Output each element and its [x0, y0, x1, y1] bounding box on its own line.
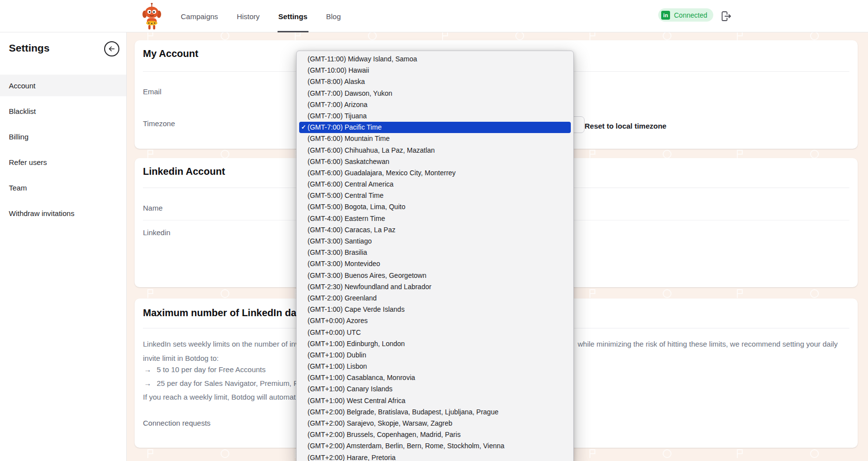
timezone-option[interactable]: (GMT-7:00) Arizona — [297, 99, 573, 110]
timezone-option-label: (GMT-3:00) Brasilia — [308, 248, 367, 256]
timezone-option[interactable]: (GMT+2:00) Amsterdam, Berlin, Bern, Rome… — [297, 440, 573, 452]
sidebar-item-refer-users[interactable]: Refer users — [0, 151, 126, 173]
linkedin-connected-badge: in Connected — [658, 8, 713, 22]
timezone-option[interactable]: (GMT-6:00) Chihuahua, La Paz, Mazatlan — [297, 145, 573, 156]
timezone-option-label: (GMT+1:00) Dublin — [308, 351, 366, 359]
connection-requests-label: Connection requests — [143, 419, 211, 427]
background-circle-icon — [662, 449, 672, 461]
linkedin-label: Linkedin — [143, 228, 170, 237]
timezone-option[interactable]: (GMT+0:00) Azores — [297, 315, 573, 326]
timezone-option-label: (GMT-2:00) Greenland — [308, 294, 377, 302]
timezone-option-label: (GMT-8:00) Alaska — [308, 78, 365, 85]
timezone-option[interactable]: (GMT-3:00) Brasilia — [297, 247, 573, 258]
timezone-option[interactable]: (GMT-6:00) Mountain Time — [297, 133, 573, 144]
timezone-option[interactable]: (GMT-6:00) Saskatchewan — [297, 156, 573, 167]
nav-link-history[interactable]: History — [237, 0, 260, 32]
timezone-option-label: (GMT-6:00) Chihuahua, La Paz, Mazatlan — [308, 146, 435, 154]
timezone-option[interactable]: (GMT-5:00) Bogota, Lima, Quito — [297, 201, 573, 213]
limits-paragraph-left: LinkedIn sets weekly limits on the numbe… — [143, 340, 299, 348]
sidebar-item-account[interactable]: Account — [0, 75, 126, 96]
linkedin-account-title: Linkedin Account — [143, 166, 225, 177]
limits-paragraph-line2: invite limit in Botdog to: — [143, 354, 219, 362]
timezone-option[interactable]: (GMT-5:00) Central Time — [297, 190, 573, 201]
timezone-option[interactable]: (GMT+1:00) Dublin — [297, 350, 573, 361]
nav-links: CampaignsHistorySettingsBlog — [181, 0, 341, 32]
timezone-option[interactable]: (GMT-4:00) Caracas, La Paz — [297, 224, 573, 236]
timezone-option[interactable]: (GMT-3:00) Buenos Aires, Georgetown — [297, 270, 573, 281]
timezone-option[interactable]: (GMT-7:00) Dawson, Yukon — [297, 88, 573, 99]
background-circle-icon — [810, 449, 819, 461]
botdog-logo[interactable] — [140, 2, 164, 31]
timezone-option[interactable]: (GMT-8:00) Alaska — [297, 76, 573, 87]
timezone-option-label: (GMT-5:00) Bogota, Lima, Quito — [308, 203, 405, 211]
collapse-sidebar-button[interactable] — [104, 41, 119, 56]
timezone-dropdown: (GMT-11:00) Midway Island, Samoa(GMT-10:… — [296, 51, 574, 461]
sidebar-item-withdraw-invitations[interactable]: Withdraw invitations — [0, 202, 126, 224]
timezone-option[interactable]: (GMT-2:30) Newfoundland and Labrador — [297, 281, 573, 293]
logout-icon[interactable] — [720, 10, 732, 22]
connected-status: Connected — [674, 11, 707, 19]
timezone-option[interactable]: (GMT+1:00) Lisbon — [297, 361, 573, 372]
arrow-right-icon: → — [144, 379, 151, 387]
sidebar-item-team[interactable]: Team — [0, 177, 126, 198]
background-flag-icon — [146, 449, 154, 461]
timezone-option[interactable]: (GMT-11:00) Midway Island, Samoa — [297, 54, 573, 65]
timezone-option-label: (GMT-11:00) Midway Island, Samoa — [308, 55, 417, 63]
timezone-option[interactable]: (GMT-10:00) Hawaii — [297, 65, 573, 76]
nav-link-blog[interactable]: Blog — [326, 0, 341, 32]
timezone-option-label: (GMT-1:00) Cape Verde Islands — [308, 305, 405, 313]
timezone-option-label: (GMT-7:00) Tijuana — [308, 112, 367, 120]
timezone-option-label: (GMT+2:00) Belgrade, Bratislava, Budapes… — [308, 408, 499, 416]
bullet-premium-accounts: → 25 per day for Sales Navigator, Premiu… — [144, 379, 299, 387]
checkmark-icon: ✓ — [301, 122, 306, 133]
timezone-option-selected[interactable]: ✓(GMT-7:00) Pacific Time — [299, 122, 571, 133]
background-flag-icon — [588, 449, 596, 461]
linkedin-icon: in — [661, 11, 670, 20]
nav-link-settings[interactable]: Settings — [279, 0, 308, 32]
sidebar-item-billing[interactable]: Billing — [0, 126, 126, 147]
timezone-option-label: (GMT-7:00) Pacific Time — [308, 123, 382, 131]
sidebar-item-blacklist[interactable]: Blacklist — [0, 100, 126, 122]
timezone-option[interactable]: (GMT+0:00) UTC — [297, 327, 573, 338]
timezone-option-label: (GMT-2:30) Newfoundland and Labrador — [308, 283, 431, 291]
timezone-option[interactable]: (GMT-3:00) Montevideo — [297, 258, 573, 270]
timezone-option-label: (GMT-3:00) Montevideo — [308, 260, 380, 268]
timezone-option-label: (GMT+1:00) Canary Islands — [308, 385, 392, 393]
reset-timezone-button[interactable]: Reset to local timezone — [585, 122, 667, 130]
timezone-option[interactable]: (GMT+1:00) Canary Islands — [297, 383, 573, 395]
timezone-option-label: (GMT+1:00) Lisbon — [308, 362, 367, 370]
timezone-option-label: (GMT-4:00) Eastern Time — [308, 215, 385, 222]
arrow-right-icon: → — [144, 365, 151, 374]
timezone-option[interactable]: (GMT+2:00) Sarajevo, Skopje, Warsaw, Zag… — [297, 418, 573, 429]
timezone-option[interactable]: (GMT+1:00) Casablanca, Monrovia — [297, 372, 573, 383]
timezone-option[interactable]: (GMT+1:00) West Central Africa — [297, 395, 573, 407]
timezone-option[interactable]: (GMT-4:00) Eastern Time — [297, 213, 573, 224]
nav-link-campaigns[interactable]: Campaigns — [181, 0, 218, 32]
timezone-option-label: (GMT-3:00) Buenos Aires, Georgetown — [308, 271, 426, 279]
timezone-option-label: (GMT+2:00) Amsterdam, Berlin, Bern, Rome… — [308, 442, 504, 450]
timezone-option[interactable]: (GMT-3:00) Santiago — [297, 236, 573, 247]
timezone-option-label: (GMT+1:00) West Central Africa — [308, 397, 405, 405]
timezone-option-label: (GMT+1:00) Casablanca, Monrovia — [308, 374, 415, 381]
timezone-option[interactable]: (GMT-7:00) Tijuana — [297, 110, 573, 122]
timezone-option[interactable]: (GMT-6:00) Guadalajara, Mexico City, Mon… — [297, 167, 573, 179]
timezone-option[interactable]: (GMT+2:00) Harare, Pretoria — [297, 452, 573, 461]
timezone-option[interactable]: (GMT-1:00) Cape Verde Islands — [297, 304, 573, 315]
timezone-option[interactable]: (GMT+2:00) Belgrade, Bratislava, Budapes… — [297, 407, 573, 418]
timezone-option-label: (GMT-6:00) Central America — [308, 180, 393, 188]
timezone-option[interactable]: (GMT-2:00) Greenland — [297, 293, 573, 304]
timezone-option-label: (GMT+2:00) Harare, Pretoria — [308, 454, 395, 461]
timezone-option-label: (GMT-5:00) Central Time — [308, 191, 384, 199]
timezone-option-label: (GMT+0:00) Azores — [308, 317, 368, 325]
timezone-option-label: (GMT-7:00) Arizona — [308, 101, 367, 108]
timezone-option-label: (GMT-3:00) Santiago — [308, 237, 372, 245]
daily-invites-title: Maximum number of LinkedIn da — [143, 307, 296, 319]
timezone-option-label: (GMT-6:00) Saskatchewan — [308, 158, 390, 165]
timezone-option-label: (GMT-6:00) Guadalajara, Mexico City, Mon… — [308, 169, 456, 177]
settings-sidebar: Settings AccountBlacklistBillingRefer us… — [0, 32, 127, 461]
timezone-option[interactable]: (GMT+1:00) Edinburgh, London — [297, 338, 573, 350]
timezone-option[interactable]: (GMT-6:00) Central America — [297, 179, 573, 190]
name-label: Name — [143, 204, 163, 212]
timezone-option[interactable]: (GMT+2:00) Brussels, Copenhagen, Madrid,… — [297, 429, 573, 440]
background-flag-icon — [736, 449, 744, 461]
